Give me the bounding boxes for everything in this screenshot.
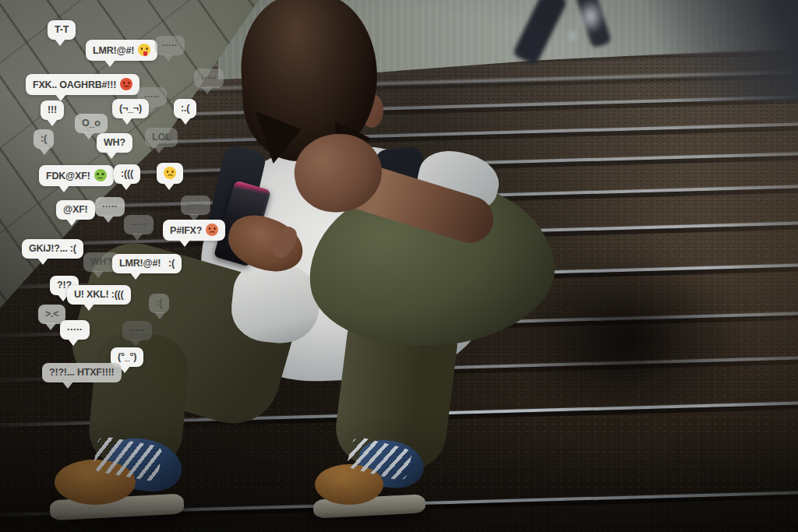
bubble-text: ····· bbox=[102, 201, 118, 212]
chat-bubble: U! XKL! :((( bbox=[67, 285, 131, 305]
angry2-emoji-icon bbox=[206, 224, 218, 236]
bubble-text: :( bbox=[41, 133, 47, 144]
bubble-text: FDK@XF! bbox=[46, 171, 90, 181]
chat-bubble: T-T bbox=[48, 20, 76, 40]
chat-bubble: !!! bbox=[41, 100, 64, 120]
bubble-text: LOL bbox=[152, 132, 171, 143]
bubble-text: WH? bbox=[104, 137, 125, 148]
bubble-text: LMR!@#! bbox=[93, 45, 134, 56]
chat-bubble: ····· bbox=[60, 320, 90, 340]
bubble-text: P#IFX? bbox=[170, 225, 202, 236]
chat-bubble: :((( bbox=[114, 164, 140, 184]
chat-bubble: :.( bbox=[174, 99, 196, 118]
photo-scene: T-TLMR!@#!··········FXK.. OAGHRB#!!!····… bbox=[0, 0, 798, 532]
chat-bubble: FDK@XF! bbox=[39, 165, 114, 186]
sick-emoji-icon bbox=[94, 169, 107, 181]
zany-emoji-icon bbox=[138, 44, 150, 56]
bubble-text: T-T bbox=[55, 24, 69, 35]
bubble-text: ····· bbox=[131, 219, 147, 230]
chat-bubble: ····· bbox=[194, 69, 224, 88]
chat-bubble: P#IFX? bbox=[163, 220, 225, 241]
bubble-text: ····· bbox=[201, 72, 217, 83]
bubble-text: ····· bbox=[129, 325, 145, 336]
chat-bubble: LMR!@#! :( bbox=[112, 254, 182, 273]
chat-bubble: ····· bbox=[95, 197, 125, 217]
bubbles-layer: T-TLMR!@#!··········FXK.. OAGHRB#!!!····… bbox=[0, 0, 798, 532]
bubble-text: ····· bbox=[188, 199, 203, 210]
chat-bubble: :( bbox=[149, 294, 169, 313]
bubble-text: FXK.. OAGHRB#!!! bbox=[33, 79, 116, 90]
bubble-text: WH? bbox=[90, 256, 112, 267]
chat-bubble bbox=[157, 163, 183, 184]
bubble-text: O_o bbox=[82, 118, 101, 129]
chat-bubble: LMR!@#! bbox=[86, 40, 157, 61]
bubble-text: LMR!@#! :( bbox=[119, 258, 175, 269]
chat-bubble: (¬_¬) bbox=[112, 99, 149, 118]
chat-bubble: LOL bbox=[145, 128, 178, 147]
bubble-text: ····· bbox=[67, 324, 83, 335]
bubble-text: !!! bbox=[48, 104, 57, 115]
angry-emoji-icon bbox=[120, 78, 132, 90]
bubble-text: :( bbox=[156, 298, 162, 308]
chat-bubble: :( bbox=[34, 129, 54, 149]
bubble-text: :((( bbox=[121, 168, 133, 179]
chat-bubble: ····· bbox=[124, 215, 154, 234]
bubble-text: ?!?!... HTXF!!!! bbox=[49, 367, 115, 378]
bubble-text: GKiJ!?... :( bbox=[29, 243, 76, 254]
chat-bubble: ?!?!... HTXF!!!! bbox=[42, 363, 122, 382]
bubble-text: (°_°) bbox=[118, 351, 136, 362]
bubble-text: ····· bbox=[162, 40, 178, 51]
chat-bubble: O_o bbox=[75, 114, 108, 133]
chat-bubble: WH? bbox=[97, 133, 132, 153]
chat-bubble: @XF! bbox=[56, 200, 95, 220]
bubble-text: (¬_¬) bbox=[119, 103, 142, 114]
sad-emoji-icon bbox=[164, 167, 176, 179]
bubble-text: :.( bbox=[181, 103, 189, 114]
chat-bubble: ····· bbox=[181, 196, 210, 215]
chat-bubble: GKiJ!?... :( bbox=[22, 239, 83, 259]
bubble-text: U! XKL! :((( bbox=[74, 289, 124, 300]
bubble-text: >.< bbox=[45, 308, 58, 319]
bubble-text: @XF! bbox=[63, 204, 88, 215]
chat-bubble: ····· bbox=[122, 321, 152, 340]
chat-bubble: ····· bbox=[155, 36, 185, 55]
chat-bubble: FXK.. OAGHRB#!!! bbox=[26, 74, 139, 95]
